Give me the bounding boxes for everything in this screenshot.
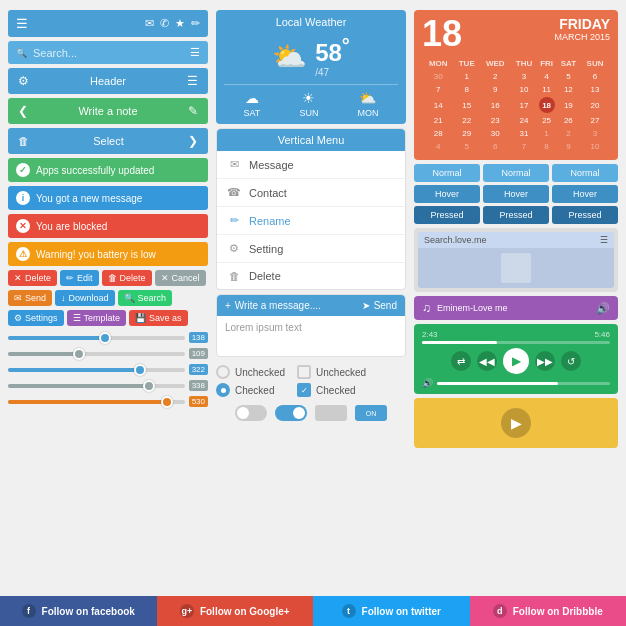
cal-day-28[interactable]: 28 [424,128,453,139]
vm-rename[interactable]: ✏ Rename [217,207,405,235]
cal-day-19[interactable]: 19 [557,97,581,113]
cal-day-5a[interactable]: 5 [557,71,581,82]
square-unchecked[interactable]: Unchecked [297,365,366,379]
header-button[interactable]: ⚙ Header ☰ [8,68,208,94]
search-menu-icon[interactable]: ☰ [190,46,200,59]
cal-day-9b[interactable]: 9 [557,141,581,152]
volume-icon[interactable]: 🔊 [596,302,610,315]
pressed-btn-3[interactable]: Pressed [552,206,618,224]
menu-icon[interactable]: ☰ [16,16,28,31]
toggle-off-1[interactable] [235,405,267,421]
cal-day-1b[interactable]: 1 [539,128,555,139]
hover-btn-2[interactable]: Hover [483,185,549,203]
cal-day-13[interactable]: 13 [582,84,608,95]
select-button[interactable]: 🗑 Select ❯ [8,128,208,154]
cal-day-8b[interactable]: 8 [539,141,555,152]
prev-btn[interactable]: ◀◀ [477,351,497,371]
delete-btn-2[interactable]: 🗑Delete [102,270,152,286]
pressed-btn-1[interactable]: Pressed [414,206,480,224]
cal-day-22[interactable]: 22 [455,115,479,126]
template-btn[interactable]: ☰Template [67,310,127,326]
cal-day-6a[interactable]: 6 [582,71,608,82]
cal-day-7[interactable]: 7 [424,84,453,95]
phone-icon[interactable]: ✆ [160,17,169,30]
music-progress-bar[interactable] [422,341,610,344]
download-btn[interactable]: ↓Download [55,290,115,306]
cal-day-18-today[interactable]: 18 [539,97,555,113]
cal-day-31[interactable]: 31 [511,128,536,139]
cal-day-3a[interactable]: 3 [511,71,536,82]
edit-icon[interactable]: ✏ [191,17,200,30]
hover-btn-1[interactable]: Hover [414,185,480,203]
volume-track[interactable] [437,382,610,385]
cal-day-1a[interactable]: 1 [455,71,479,82]
cal-day-14[interactable]: 14 [424,97,453,113]
vm-contact[interactable]: ☎ Contact [217,179,405,207]
edit-btn-1[interactable]: ✏Edit [60,270,99,286]
cal-day-24[interactable]: 24 [511,115,536,126]
nav-bar[interactable]: ☰ ✉ ✆ ★ ✏ [8,10,208,37]
cal-day-6b[interactable]: 6 [481,141,510,152]
cal-day-12[interactable]: 12 [557,84,581,95]
hover-btn-3[interactable]: Hover [552,185,618,203]
next-btn[interactable]: ▶▶ [535,351,555,371]
vm-message[interactable]: ✉ Message [217,151,405,179]
twitter-follow-btn[interactable]: t Follow on twitter [313,596,470,626]
normal-btn-2[interactable]: Normal [483,164,549,182]
repeat-btn[interactable]: ↺ [561,351,581,371]
settings-btn[interactable]: ⚙Settings [8,310,64,326]
pressed-btn-2[interactable]: Pressed [483,206,549,224]
slider-track-2[interactable] [8,352,185,356]
cal-day-27[interactable]: 27 [582,115,608,126]
cal-day-17[interactable]: 17 [511,97,536,113]
dribbble-follow-btn[interactable]: d Follow on Dribbble [470,596,627,626]
cal-day-16[interactable]: 16 [481,97,510,113]
toggle-on-1[interactable] [275,405,307,421]
toggle-btn-off[interactable] [315,405,347,421]
normal-btn-1[interactable]: Normal [414,164,480,182]
cal-day-8[interactable]: 8 [455,84,479,95]
cal-day-4b[interactable]: 4 [424,141,453,152]
save-as-btn[interactable]: 💾Save as [129,310,188,326]
cal-day-4a[interactable]: 4 [539,71,555,82]
cal-day-30b[interactable]: 30 [481,128,510,139]
play-btn[interactable]: ▶ [503,348,529,374]
slider-track-5[interactable] [8,400,185,404]
google-follow-btn[interactable]: g+ Follow on Google+ [157,596,314,626]
star-icon[interactable]: ★ [175,17,185,30]
cal-day-7b[interactable]: 7 [511,141,536,152]
cal-day-10[interactable]: 10 [511,84,536,95]
image-close-icon[interactable]: ☰ [600,235,608,245]
facebook-follow-btn[interactable]: f Follow on facebook [0,596,157,626]
cal-day-25[interactable]: 25 [539,115,555,126]
cal-day-20[interactable]: 20 [582,97,608,113]
slider-track-4[interactable] [8,384,185,388]
cal-day-9[interactable]: 9 [481,84,510,95]
cal-day-5b[interactable]: 5 [455,141,479,152]
cal-day-26[interactable]: 26 [557,115,581,126]
normal-btn-3[interactable]: Normal [552,164,618,182]
cancel-btn[interactable]: ✕Cancel [155,270,206,286]
cal-day-11[interactable]: 11 [539,84,555,95]
write-note-button[interactable]: ❮ Write a note ✎ [8,98,208,124]
video-play-btn[interactable]: ▶ [501,408,531,438]
shuffle-btn[interactable]: ⇄ [451,351,471,371]
slider-track-1[interactable] [8,336,185,340]
send-btn[interactable]: ✉Send [8,290,52,306]
vm-setting[interactable]: ⚙ Setting [217,235,405,263]
circle-unchecked[interactable]: Unchecked [216,365,285,379]
vm-delete[interactable]: 🗑 Delete [217,263,405,289]
delete-btn-1[interactable]: ✕Delete [8,270,57,286]
cal-day-30[interactable]: 30 [424,71,453,82]
toggle-btn-on[interactable]: ON [355,405,387,421]
cal-day-2a[interactable]: 2 [481,71,510,82]
cal-day-15[interactable]: 15 [455,97,479,113]
cal-day-2b[interactable]: 2 [557,128,581,139]
cal-day-10b[interactable]: 10 [582,141,608,152]
cal-day-21[interactable]: 21 [424,115,453,126]
cal-day-29[interactable]: 29 [455,128,479,139]
slider-track-3[interactable] [8,368,185,372]
search-input[interactable] [33,47,184,59]
send-button[interactable]: ➤ Send [362,300,397,311]
square-checked[interactable]: Checked [297,383,366,397]
